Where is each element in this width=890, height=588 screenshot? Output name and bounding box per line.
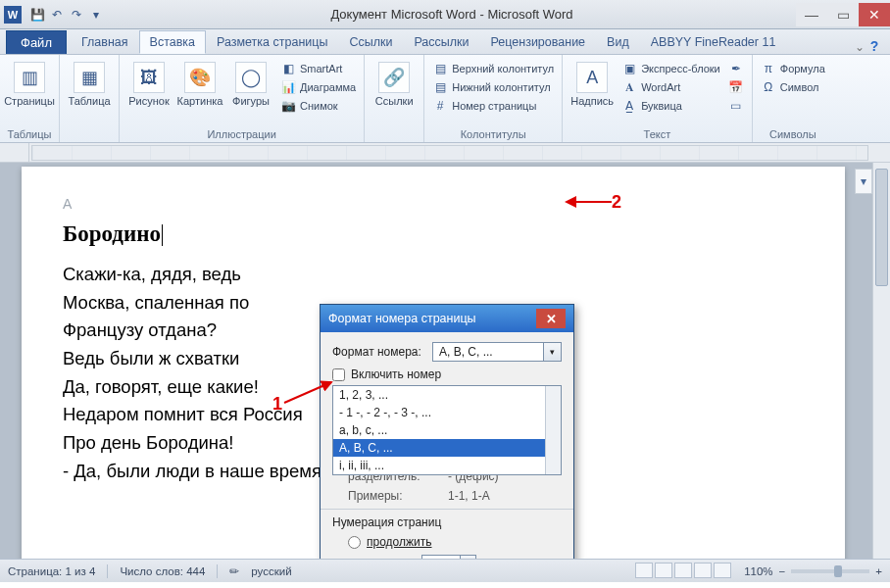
include-chapter-label: Включить номер <box>351 368 441 381</box>
window-title: Документ Microsoft Word - Microsoft Word <box>108 7 796 22</box>
quickparts-icon: ▣ <box>621 61 637 76</box>
footer-button[interactable]: ▤Нижний колонтитул <box>430 78 556 96</box>
format-option[interactable]: a, b, c, ... <box>333 421 561 439</box>
spin-up-icon[interactable]: ▲ <box>460 556 475 559</box>
tab-abbyy[interactable]: ABBYY FineReader 11 <box>640 30 787 54</box>
start-at-radio[interactable] <box>348 559 361 560</box>
snapshot-button[interactable]: 📷Снимок <box>278 97 358 115</box>
zoom-percent[interactable]: 110% <box>744 565 772 577</box>
ruler-toggle-icon[interactable]: ▾ <box>855 169 872 194</box>
dialog-body: Формат номера: A, B, C, ... ▾ Включить н… <box>321 332 573 559</box>
format-option[interactable]: - 1 -, - 2 -, - 3 -, ... <box>333 404 561 421</box>
group-tables-label: Таблицы <box>6 127 53 140</box>
equation-icon: π <box>761 61 776 76</box>
examples-label: Примеры: <box>348 489 442 503</box>
clipart-button[interactable]: 🎨Картинка <box>176 58 223 127</box>
continue-radio[interactable] <box>348 536 361 549</box>
group-text-label: Текст <box>569 127 746 140</box>
group-headers-label: Колонтитулы <box>430 127 556 140</box>
format-option-selected[interactable]: A, B, C, ... <box>333 439 561 457</box>
links-button[interactable]: 🔗Ссылки <box>371 58 418 127</box>
date-icon: 📅 <box>728 79 744 95</box>
table-button[interactable]: ▦ Таблица <box>66 58 113 127</box>
proofing-icon[interactable]: ✏ <box>229 564 239 578</box>
group-symbols: πФормула ΩСимвол Символы <box>753 55 833 142</box>
start-at-spinner[interactable]: A ▲▼ <box>421 555 476 559</box>
horizontal-ruler[interactable] <box>31 145 868 161</box>
quick-access-toolbar: 💾 ↶ ↷ ▾ <box>25 7 108 23</box>
wordart-label: WordArt <box>641 81 680 93</box>
qat-more-icon[interactable]: ▾ <box>88 7 104 23</box>
zoom-in-button[interactable]: + <box>875 565 882 577</box>
obj-icon: ▭ <box>728 98 744 114</box>
snapshot-label: Снимок <box>300 100 338 112</box>
chevron-down-icon[interactable]: ▾ <box>543 343 561 361</box>
ribbon: ▥ Страницы Таблицы ▦ Таблица Таблицы 🖼Ри… <box>0 55 890 143</box>
scrollbar-thumb[interactable] <box>875 169 888 286</box>
dialog-titlebar[interactable]: Формат номера страницы ✕ <box>321 305 573 332</box>
tab-references[interactable]: Ссылки <box>338 30 403 54</box>
quickparts-button[interactable]: ▣Экспресс-блоки <box>619 60 722 77</box>
group-text: AНадпись ▣Экспресс-блоки 𝐀WordArt A̲Букв… <box>563 55 753 142</box>
maximize-button[interactable]: ▭ <box>827 3 859 26</box>
wordart-button[interactable]: 𝐀WordArt <box>619 78 722 96</box>
textbox-button[interactable]: AНадпись <box>569 58 616 127</box>
equation-button[interactable]: πФормула <box>759 60 827 77</box>
page-number-format-dialog: Формат номера страницы ✕ Формат номера: … <box>320 304 574 559</box>
tab-view[interactable]: Вид <box>596 30 640 54</box>
header-button[interactable]: ▤Верхний колонтитул <box>430 60 556 77</box>
minimize-button[interactable]: — <box>796 3 827 26</box>
picture-icon: 🖼 <box>133 62 165 93</box>
format-option[interactable]: 1, 2, 3, ... <box>333 386 561 404</box>
page-header-letter: A <box>63 196 804 212</box>
dropcap-button[interactable]: A̲Буквица <box>619 97 722 115</box>
group-links: 🔗Ссылки Ссылки <box>365 55 424 142</box>
tab-review[interactable]: Рецензирование <box>480 30 597 54</box>
smartart-button[interactable]: ◧SmartArt <box>278 60 358 77</box>
zoom-out-button[interactable]: − <box>779 565 786 577</box>
group-illustrations: 🖼Рисунок 🎨Картинка ◯Фигуры ◧SmartArt 📊Ди… <box>120 55 365 142</box>
chart-icon: 📊 <box>280 79 296 95</box>
links-icon: 🔗 <box>378 62 410 93</box>
redo-icon[interactable]: ↷ <box>69 7 84 23</box>
dialog-close-button[interactable]: ✕ <box>536 309 566 328</box>
status-language[interactable]: русский <box>251 565 291 577</box>
format-dropdown-list[interactable]: 1, 2, 3, ... - 1 -, - 2 -, - 3 -, ... a,… <box>332 385 562 475</box>
save-icon[interactable]: 💾 <box>29 7 45 23</box>
symbol-icon: Ω <box>761 79 776 95</box>
sig-button[interactable]: ✒ <box>726 60 746 77</box>
group-pages: ▥ Страницы Таблицы <box>0 55 60 142</box>
symbol-button[interactable]: ΩСимвол <box>759 78 827 96</box>
picture-label: Рисунок <box>128 95 170 107</box>
status-page[interactable]: Страница: 1 из 4 <box>8 565 95 577</box>
tab-mailings[interactable]: Рассылки <box>403 30 479 54</box>
pages-button[interactable]: ▥ Страницы <box>6 58 53 127</box>
ribbon-collapse-icon[interactable]: ⌄ <box>851 40 868 54</box>
view-buttons[interactable] <box>634 563 732 580</box>
tab-insert[interactable]: Вставка <box>139 30 206 54</box>
status-words[interactable]: Число слов: 444 <box>120 565 205 577</box>
textbox-label: Надпись <box>570 95 614 107</box>
undo-icon[interactable]: ↶ <box>49 7 65 23</box>
dropdown-scrollbar[interactable] <box>545 386 561 474</box>
tab-home[interactable]: Главная <box>71 30 139 54</box>
date-button[interactable]: 📅 <box>726 78 746 96</box>
zoom-slider[interactable] <box>791 569 869 573</box>
tab-layout[interactable]: Разметка страницы <box>206 30 338 54</box>
close-button[interactable]: ✕ <box>859 3 890 26</box>
obj-button[interactable]: ▭ <box>726 97 746 115</box>
tab-file[interactable]: Файл <box>6 30 67 54</box>
format-option[interactable]: i, ii, iii, ... <box>333 457 561 474</box>
pagenum-icon: # <box>432 98 448 114</box>
header-icon: ▤ <box>432 61 448 76</box>
pagenum-button[interactable]: #Номер страницы <box>430 97 556 115</box>
links-label: Ссылки <box>375 95 414 107</box>
help-icon[interactable]: ? <box>868 38 890 54</box>
shapes-button[interactable]: ◯Фигуры <box>227 58 274 127</box>
format-combobox[interactable]: A, B, C, ... ▾ <box>432 342 562 362</box>
chart-button[interactable]: 📊Диаграмма <box>278 78 358 96</box>
status-bar: Страница: 1 из 4 Число слов: 444 ✏ русск… <box>0 559 890 582</box>
quickparts-label: Экспресс-блоки <box>641 63 720 74</box>
vertical-scrollbar[interactable] <box>872 163 890 559</box>
picture-button[interactable]: 🖼Рисунок <box>125 58 173 127</box>
